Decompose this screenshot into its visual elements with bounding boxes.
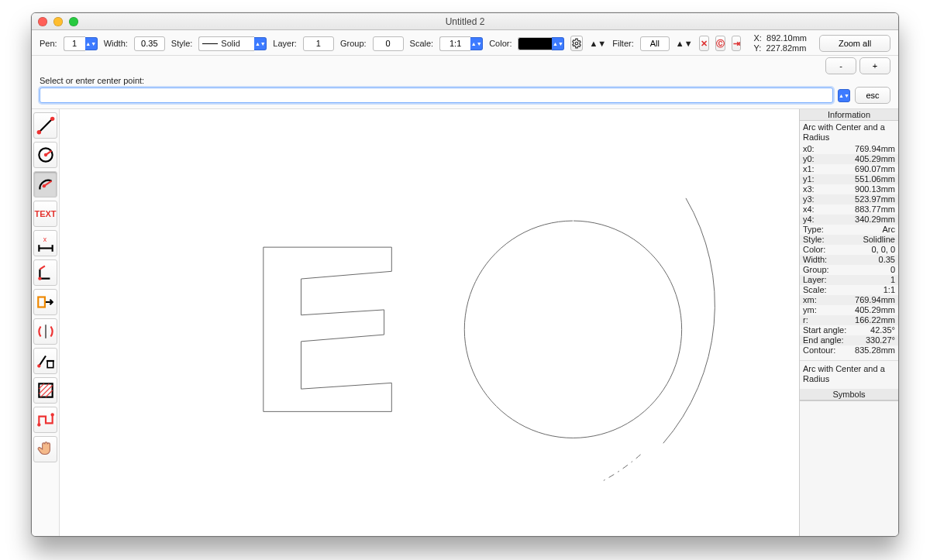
layer-label: Layer: (273, 39, 297, 48)
info-row: End angle:330.27° (800, 335, 898, 345)
info-row: Contour:835.28mm (800, 345, 898, 356)
scale-label: Scale: (410, 39, 434, 48)
info-row: x0:769.94mm (800, 144, 898, 154)
info-row: Start angle:42.35° (800, 325, 898, 335)
circle-tool[interactable] (33, 142, 57, 168)
info-row: Group:0 (800, 265, 898, 275)
pen-label: Pen: (40, 39, 57, 48)
info-row: x4:883.77mm (800, 204, 898, 215)
left-tool-palette: TEXTx (32, 109, 60, 536)
svg-line-1 (39, 119, 52, 132)
color-swatch[interactable] (518, 37, 552, 50)
mirror-tool[interactable] (33, 318, 57, 345)
command-history-icon[interactable]: ▲▼ (838, 89, 850, 102)
style-label: Style: (171, 39, 193, 48)
info-row: r:166.22mm (800, 315, 898, 325)
dimension-tool[interactable]: x (33, 230, 57, 256)
svg-point-13 (38, 277, 41, 280)
titlebar: Untitled 2 (32, 13, 898, 30)
svg-point-17 (37, 364, 40, 367)
info-row: x3:900.13mm (800, 184, 898, 194)
info-row: y4:340.29mm (800, 215, 898, 225)
svg-point-26 (50, 413, 53, 416)
color-label: Color: (489, 39, 512, 48)
scale-input[interactable] (439, 36, 470, 51)
gear-dropdown-icon[interactable]: ▲▼ (589, 39, 606, 48)
svg-point-3 (50, 117, 53, 121)
insert-tool[interactable] (33, 289, 57, 315)
svg-line-8 (43, 181, 51, 187)
top-toolbar: Pen: ▲▼ Width: Style: Solid ▲▼ Layer: Gr… (32, 30, 898, 56)
command-hint: Select or enter center point: (40, 76, 890, 85)
esc-button[interactable]: esc (855, 87, 890, 104)
window-title: Untitled 2 (32, 16, 898, 27)
svg-point-0 (576, 42, 579, 45)
command-row: - + Select or enter center point: ▲▼ esc (32, 56, 898, 109)
svg-line-16 (39, 356, 46, 366)
info-row: y1:551.06mm (800, 174, 898, 184)
right-panel: Information Arc with Center and a Radius… (799, 109, 898, 536)
zoom-in-button[interactable]: + (859, 57, 890, 74)
drawing-canvas[interactable] (60, 109, 799, 536)
svg-point-2 (36, 130, 40, 134)
info-row: y3:523.97mm (800, 194, 898, 204)
pen-stepper-icon[interactable]: ▲▼ (85, 37, 98, 50)
svg-point-6 (43, 153, 46, 156)
filter-input[interactable] (640, 36, 670, 51)
layer-input[interactable] (303, 36, 334, 51)
zoom-all-button[interactable]: Zoom all (819, 35, 890, 52)
arc-tool[interactable] (33, 171, 57, 198)
info-row: ym:405.29mm (800, 305, 898, 315)
hatch-tool[interactable] (33, 377, 57, 404)
symbols-header[interactable]: Symbols (800, 389, 898, 400)
style-value: Solid (198, 36, 254, 51)
group-label: Group: (340, 39, 367, 48)
svg-rect-18 (47, 361, 53, 368)
svg-line-23 (40, 386, 52, 397)
info-row: y0:405.29mm (800, 154, 898, 164)
symbols-panel (800, 400, 898, 536)
info-row: Color:0, 0, 0 (800, 245, 898, 255)
snap-intersect-icon[interactable]: ✕ (699, 36, 709, 51)
zoom-out-button[interactable]: - (825, 57, 856, 74)
snap-center-icon[interactable]: Ⓒ (715, 36, 725, 51)
snap-endpoint-icon[interactable]: ⇥ (732, 36, 742, 51)
svg-rect-14 (38, 297, 45, 307)
information-header: Information (800, 109, 898, 121)
width-input[interactable] (134, 36, 165, 51)
svg-text:x: x (43, 235, 46, 243)
line-tool[interactable] (33, 112, 57, 139)
info-row: x1:690.07mm (800, 164, 898, 174)
polyline-tool[interactable] (33, 407, 57, 433)
info-row: xm:769.94mm (800, 295, 898, 305)
info-section-1: Arc with Center and a Radius (800, 121, 898, 144)
info-row: Scale:1:1 (800, 285, 898, 295)
trash-tool[interactable] (33, 348, 57, 374)
info-row: Layer:1 (800, 275, 898, 285)
coordinates-display: X: 892.10mm Y: 227.82mm (753, 33, 807, 53)
svg-rect-20 (39, 383, 52, 397)
info-row: Type:Arc (800, 225, 898, 235)
command-input[interactable] (40, 88, 833, 103)
width-label: Width: (104, 39, 128, 48)
info-row: Style:Solidline (800, 235, 898, 245)
filter-label: Filter: (612, 39, 634, 48)
info-row: Width:0.35 (800, 255, 898, 265)
filter-dropdown-icon[interactable]: ▲▼ (676, 39, 693, 48)
scale-dropdown-icon[interactable]: ▲▼ (470, 37, 483, 50)
color-dropdown-icon[interactable]: ▲▼ (552, 37, 564, 50)
style-dropdown-icon[interactable]: ▲▼ (254, 37, 267, 50)
svg-line-22 (39, 383, 49, 393)
corner-tool[interactable] (33, 259, 57, 286)
svg-point-25 (37, 423, 40, 426)
info-section-2: Arc with Center and a Radius (800, 360, 898, 386)
group-input[interactable] (373, 36, 404, 51)
text-tool[interactable]: TEXT (33, 201, 57, 227)
pen-input[interactable] (64, 36, 85, 51)
gear-icon[interactable] (570, 36, 583, 51)
pan-tool[interactable] (33, 436, 57, 462)
